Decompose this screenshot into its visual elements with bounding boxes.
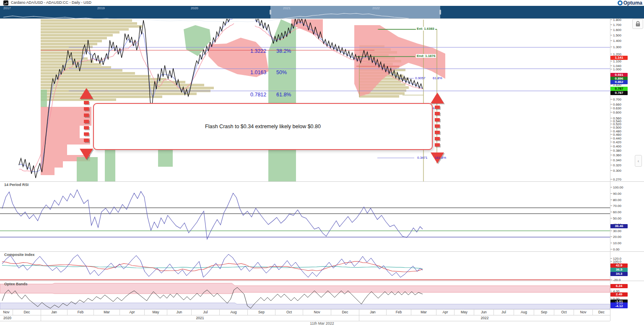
time-axis-month: Mar <box>411 309 436 315</box>
fib-ext-label[interactable]: Ext: 1.6383 <box>416 27 435 31</box>
fib-percent: 50% <box>276 70 287 75</box>
fib-value: 0.9057 <box>415 76 433 80</box>
lock-button[interactable] <box>632 19 643 29</box>
navigator-year-label: 2022 <box>372 6 380 10</box>
panel-separator <box>0 18 644 19</box>
volume-profile-bar <box>41 78 166 80</box>
price-tick-label: 0.500 <box>613 126 621 129</box>
time-axis-month: May <box>454 309 474 315</box>
fib-retracement-label[interactable]: 1.016350% <box>250 70 287 75</box>
price-price-badge: 0.787 <box>610 87 628 91</box>
volume-profile-bar <box>41 90 210 92</box>
price-line <box>19 14 234 178</box>
kijun-line <box>255 26 423 89</box>
ichimoku-cloud-green <box>268 19 296 181</box>
price-tick-label: 0.270 <box>613 178 621 181</box>
time-axis-month: Jan <box>359 309 386 315</box>
navigator-year-label: 2017 <box>3 6 11 10</box>
fib-percent: 61.8% <box>276 92 291 98</box>
time-axis-month: Feb <box>386 309 411 315</box>
price-tick-label: 0.380 <box>613 149 621 152</box>
optex-price-badge: 6.24 <box>610 284 628 288</box>
price-tick-label: 0.420 <box>613 140 621 144</box>
time-axis-month: Jul <box>493 309 514 315</box>
title-bar: Cardano ADA/USD - ADAUSD:CC - Daily - US… <box>0 0 644 6</box>
time-axis-month: Jul <box>191 309 219 315</box>
volume-profile-bar <box>359 92 405 95</box>
volume-profile-bar <box>41 60 93 63</box>
volume-profile-bar <box>41 72 135 75</box>
collapse-axis-button[interactable]: ‹ <box>635 155 642 167</box>
fib-end-label[interactable]: End: 1.1876 <box>416 54 436 58</box>
navigator-handle-right[interactable] <box>439 10 441 15</box>
chevron-left-icon: ‹ <box>638 159 639 163</box>
price-tick-label: 1.600 <box>613 28 621 32</box>
volume-profile-bar <box>41 75 151 77</box>
volume-profile-bar <box>359 80 401 83</box>
rsi-tick-label: 80.00 <box>613 198 621 202</box>
time-axis-month: Dec <box>592 309 610 315</box>
navigator-year-label: 2021 <box>283 6 291 10</box>
fib-value: 1.3222 <box>250 48 276 54</box>
price-tick-label: 0.320 <box>613 163 621 167</box>
volume-profile-bar <box>359 86 409 89</box>
fib-value: 0.7812 <box>250 92 276 98</box>
volume-profile-bar <box>359 89 406 92</box>
volume-profile-bar <box>41 28 129 31</box>
price-tick-label: 1.300 <box>613 45 621 49</box>
time-axis-month: Mar <box>93 309 119 315</box>
price-tick-label: 0.400 <box>613 145 621 148</box>
navigator-year-label: 2019 <box>97 6 105 10</box>
time-axis-year: 2022 <box>359 315 610 321</box>
time-axis-year: 2021 <box>41 315 359 321</box>
composite-price-badge: 36.5 <box>610 268 628 272</box>
fib-retracement-label-small[interactable]: 0.3471161.8% <box>417 156 446 160</box>
ichimoku-cloud-green <box>158 147 173 167</box>
navigator-handle-left[interactable] <box>270 10 271 15</box>
volume-profile-bar <box>359 60 401 62</box>
price-tick-label: 0.440 <box>613 137 621 140</box>
navigator-year-label: 2020 <box>191 6 198 10</box>
time-axis-month: Jan <box>41 309 67 315</box>
composite-panel-label: Composite Index <box>4 253 35 257</box>
fib-value: 0.3471 <box>417 156 435 160</box>
fib-retracement-label-small[interactable]: 0.905761.8% <box>415 76 442 80</box>
tenkan-line <box>255 20 423 88</box>
composite-fast-ma-line <box>2 261 423 272</box>
time-axis-month: Jun <box>474 309 493 315</box>
volume-profile-bar <box>41 25 142 28</box>
timeline-navigator[interactable]: 20172019202020212022 <box>0 6 644 18</box>
optuma-logo-icon <box>618 0 623 5</box>
volume-profile-bar <box>41 54 83 57</box>
volume-profile-bar <box>41 31 119 34</box>
ichimoku-cloud-green <box>184 25 211 56</box>
optex-price-badge: -4.12 <box>610 304 628 308</box>
time-axis-year: 2020 <box>0 315 41 321</box>
time-axis-month: Dec <box>331 309 359 315</box>
optex-lower-band <box>0 303 610 309</box>
time-axis-month: Aug <box>219 309 247 315</box>
volume-profile-bar <box>41 40 102 42</box>
volume-profile-bar <box>41 96 162 98</box>
fib-retracement-label[interactable]: 0.781261.8% <box>250 92 291 98</box>
flash-crash-arrow[interactable] <box>80 88 93 160</box>
volume-profile-bar <box>359 77 409 80</box>
fib-percent: 61.8% <box>433 76 442 80</box>
rsi-tick-label: 0.00 <box>613 248 620 251</box>
price-tick-label: 0.340 <box>613 158 621 162</box>
rsi-tick-label: 60.00 <box>613 210 621 214</box>
rsi-tick-label: 70.00 <box>613 204 621 208</box>
composite-tick-label: -20.0 <box>613 278 621 282</box>
time-axis-month: Jun <box>167 309 191 315</box>
price-tick-label: 0.600 <box>613 111 621 114</box>
optex-upper-band <box>0 283 610 294</box>
volume-profile-bar <box>41 22 137 25</box>
volume-profile-bar <box>359 48 391 51</box>
volume-profile-bar <box>41 98 116 101</box>
time-axis-month: Oct <box>275 309 303 315</box>
volume-profile-bar <box>359 45 384 48</box>
annotation-box[interactable]: Flash Crash to $0.34 extremely likely be… <box>93 103 433 150</box>
fib-retracement-label[interactable]: 1.322238.2% <box>250 48 291 54</box>
price-tick-label: 1.700 <box>613 23 621 27</box>
navigator-selection-window[interactable] <box>270 6 440 18</box>
